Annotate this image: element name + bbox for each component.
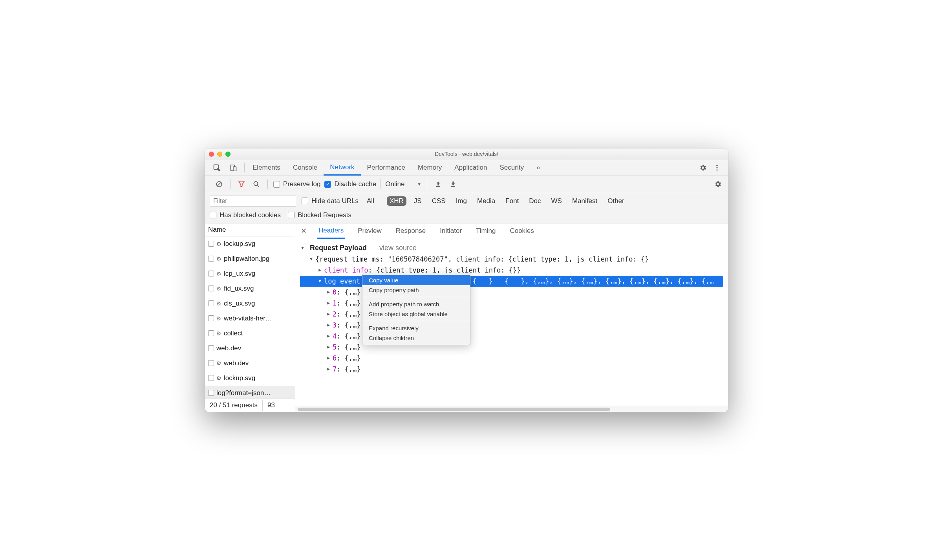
preserve-log-checkbox[interactable]: Preserve log xyxy=(273,180,320,188)
network-split-view: Name ⚙lockup.svg⚙philipwalton.jpg⚙lcp_ux… xyxy=(205,223,728,412)
throttling-select[interactable]: Online ▼ xyxy=(380,179,421,189)
request-row[interactable]: ⚙fid_ux.svg xyxy=(205,281,295,296)
tree-value: {,…} xyxy=(345,354,361,362)
request-row[interactable]: log?format=json… xyxy=(205,386,295,399)
search-icon[interactable] xyxy=(251,179,262,190)
svg-rect-11 xyxy=(451,186,455,187)
gear-icon: ⚙ xyxy=(216,271,221,277)
scrollbar-thumb[interactable] xyxy=(298,408,610,411)
detail-tabs: ✕ HeadersPreviewResponseInitiatorTimingC… xyxy=(295,223,728,239)
tree-value: {,…} xyxy=(345,332,361,340)
close-detail-button[interactable]: ✕ xyxy=(299,227,308,235)
hide-data-urls-checkbox[interactable]: Hide data URLs xyxy=(302,197,359,205)
request-row[interactable]: ⚙cls_ux.svg xyxy=(205,296,295,311)
filter-type-font[interactable]: Font xyxy=(503,196,521,206)
triangle-right-icon xyxy=(326,311,331,317)
filter-type-css[interactable]: CSS xyxy=(429,196,448,206)
filter-type-all[interactable]: All xyxy=(364,196,377,206)
request-row[interactable]: web.dev xyxy=(205,341,295,356)
filter-icon[interactable] xyxy=(236,179,247,190)
request-name: lockup.svg xyxy=(224,240,255,248)
filter-type-doc[interactable]: Doc xyxy=(526,196,543,206)
request-row[interactable]: ⚙collect xyxy=(205,326,295,341)
triangle-right-icon xyxy=(317,267,322,273)
request-row[interactable]: ⚙web-vitals-her… xyxy=(205,311,295,326)
tab-memory[interactable]: Memory xyxy=(412,160,448,176)
request-row[interactable]: ⚙web.dev xyxy=(205,356,295,371)
close-window-button[interactable] xyxy=(209,152,214,157)
tab-security[interactable]: Security xyxy=(494,160,530,176)
blocked-requests-checkbox[interactable]: Blocked Requests xyxy=(288,211,351,219)
minimize-window-button[interactable] xyxy=(217,152,222,157)
tab-application[interactable]: Application xyxy=(448,160,493,176)
divider xyxy=(382,197,382,205)
clear-icon[interactable] xyxy=(214,179,225,190)
tab-elements[interactable]: Elements xyxy=(246,160,287,176)
filter-input[interactable] xyxy=(210,196,296,207)
tree-root[interactable]: {request_time_ms: "1605078406207", clien… xyxy=(300,254,723,265)
context-menu: Copy valueCopy property pathAdd property… xyxy=(362,273,470,345)
tree-value-tail: , {,…}, {,…}, {,…}, {,…}, {,…}, {,…}, {,… xyxy=(525,277,714,285)
tabs-overflow-button[interactable]: » xyxy=(530,160,546,176)
menu-item[interactable]: Copy property path xyxy=(362,285,470,295)
tree-key: 3 xyxy=(333,321,337,329)
filter-type-img[interactable]: Img xyxy=(453,196,470,206)
download-har-icon[interactable] xyxy=(448,179,459,190)
filter-type-other[interactable]: Other xyxy=(605,196,627,206)
file-icon xyxy=(208,345,214,351)
request-name: web.dev xyxy=(224,359,249,367)
filter-type-manifest[interactable]: Manifest xyxy=(569,196,600,206)
has-blocked-cookies-checkbox[interactable]: Has blocked cookies xyxy=(210,211,281,219)
request-row[interactable]: ⚙lockup.svg xyxy=(205,236,295,251)
request-payload-section[interactable]: Request Payload view source xyxy=(300,242,723,254)
detail-tab-preview[interactable]: Preview xyxy=(356,223,383,239)
tree-child[interactable]: 7: {,…} xyxy=(300,364,723,375)
tab-performance[interactable]: Performance xyxy=(361,160,412,176)
request-row[interactable]: ⚙lcp_ux.svg xyxy=(205,266,295,281)
network-settings-icon[interactable] xyxy=(712,179,723,190)
filter-type-ws[interactable]: WS xyxy=(549,196,565,206)
triangle-right-icon xyxy=(326,300,331,306)
menu-item[interactable]: Collapse children xyxy=(362,333,470,343)
disable-cache-checkbox[interactable]: ✓Disable cache xyxy=(324,180,376,188)
divider xyxy=(427,179,427,189)
filter-type-media[interactable]: Media xyxy=(474,196,498,206)
upload-har-icon[interactable] xyxy=(433,179,444,190)
inspect-icon[interactable] xyxy=(211,162,222,173)
detail-tab-cookies[interactable]: Cookies xyxy=(508,223,535,239)
device-toolbar-icon[interactable] xyxy=(228,162,239,173)
svg-line-7 xyxy=(217,182,221,186)
request-name: lockup.svg xyxy=(224,374,255,382)
file-icon xyxy=(208,300,214,306)
menu-item[interactable]: Add property path to watch xyxy=(362,299,470,309)
section-title: Request Payload xyxy=(310,244,367,252)
view-source-link[interactable]: view source xyxy=(379,244,417,252)
request-name: collect xyxy=(224,329,243,337)
kebab-menu-icon[interactable] xyxy=(712,162,723,173)
menu-item[interactable]: Expand recursively xyxy=(362,323,470,333)
request-name: web-vitals-her… xyxy=(224,315,272,322)
request-count: 20 / 51 requests xyxy=(205,400,262,411)
detail-tab-initiator[interactable]: Initiator xyxy=(438,223,463,239)
request-name: lcp_ux.svg xyxy=(224,270,255,278)
preserve-log-label: Preserve log xyxy=(283,180,320,188)
detail-tab-headers[interactable]: Headers xyxy=(317,223,345,239)
filter-type-xhr[interactable]: XHR xyxy=(387,196,406,206)
horizontal-scrollbar[interactable] xyxy=(295,406,728,412)
tab-console[interactable]: Console xyxy=(287,160,324,176)
settings-icon[interactable] xyxy=(697,162,708,173)
network-toolbar: Preserve log ✓Disable cache Online ▼ xyxy=(205,176,728,193)
request-row[interactable]: ⚙philipwalton.jpg xyxy=(205,251,295,266)
menu-item[interactable]: Store object as global variable xyxy=(362,309,470,319)
menu-item[interactable]: Copy value xyxy=(362,275,470,285)
menu-separator xyxy=(362,321,470,321)
tab-network[interactable]: Network xyxy=(324,160,360,176)
detail-tab-response[interactable]: Response xyxy=(394,223,428,239)
tree-child[interactable]: 6: {,…} xyxy=(300,353,723,364)
chevron-down-icon: ▼ xyxy=(417,182,421,187)
detail-tab-timing[interactable]: Timing xyxy=(474,223,497,239)
request-list-header[interactable]: Name xyxy=(205,223,295,236)
filter-type-js[interactable]: JS xyxy=(411,196,424,206)
zoom-window-button[interactable] xyxy=(225,152,231,157)
request-row[interactable]: ⚙lockup.svg xyxy=(205,371,295,386)
